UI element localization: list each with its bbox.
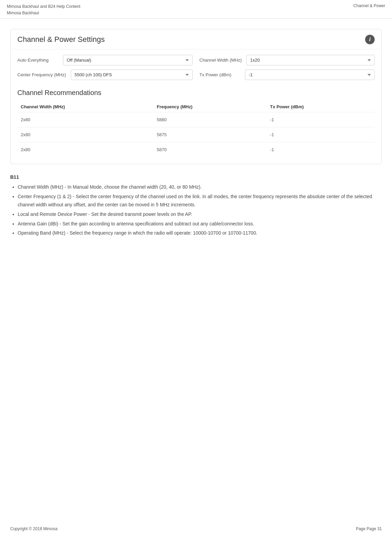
- channel-width-select[interactable]: 1x20 1x40 1x80 2x80: [246, 55, 375, 65]
- col-channel-width: Channel Width (MHz): [17, 101, 153, 112]
- page-header: Mimosa Backhaul and B24 Help Content Mim…: [0, 0, 392, 19]
- table-row: 2x80 5880 -1: [17, 112, 375, 127]
- rec-channel-width: 2x80: [17, 142, 153, 157]
- table-row: 2x80 5875 -1: [17, 127, 375, 142]
- rec-tx-power: -1: [267, 112, 375, 127]
- header-right: Channel & Power: [354, 3, 385, 8]
- header-line1: Mimosa Backhaul and B24 Help Content: [7, 3, 80, 10]
- section-label: B11: [10, 174, 382, 180]
- list-item: Antenna Gain (dBi) - Set the gain accord…: [18, 220, 382, 228]
- center-frequency-select[interactable]: 5500 (ch 100) DFS: [71, 69, 193, 80]
- rec-frequency: 5875: [153, 127, 267, 142]
- channel-power-card: Channel & Power Settings i Auto Everythi…: [10, 29, 382, 164]
- info-icon-button[interactable]: i: [365, 35, 375, 44]
- auto-everything-select[interactable]: Off (Manual) On: [63, 55, 193, 65]
- recommendations-title: Channel Recommendations: [17, 89, 375, 97]
- card-title: Channel & Power Settings: [17, 35, 105, 44]
- list-item: Channel Width (MHz) - In Manual Mode, ch…: [18, 183, 382, 191]
- rec-channel-width: 2x80: [17, 127, 153, 142]
- col-frequency: Frequency (MHz): [153, 101, 267, 112]
- rec-table-header: Channel Width (MHz) Frequency (MHz) Tx P…: [17, 101, 375, 112]
- tx-power-row: Tx Power (dBm) -1 0 1: [199, 69, 375, 80]
- table-row: 2x80 5870 -1: [17, 142, 375, 157]
- tx-power-select[interactable]: -1 0 1: [245, 69, 375, 80]
- auto-everything-row: Auto Everything Off (Manual) On: [17, 55, 193, 65]
- main-content: Channel & Power Settings i Auto Everythi…: [0, 19, 392, 252]
- rec-frequency: 5870: [153, 142, 267, 157]
- rec-tx-power: -1: [267, 127, 375, 142]
- form-grid: Auto Everything Off (Manual) On Channel …: [17, 55, 375, 80]
- rec-table-header-row: Channel Width (MHz) Frequency (MHz) Tx P…: [17, 101, 375, 112]
- rec-table-body: 2x80 5880 -1 2x80 5875 -1 2x80 5870 -1: [17, 112, 375, 157]
- col-tx-power: Tx Power (dBm): [267, 101, 375, 112]
- rec-channel-width: 2x80: [17, 112, 153, 127]
- below-card: B11 Channel Width (MHz) - In Manual Mode…: [10, 174, 382, 246]
- channel-width-label: Channel Width (MHz): [199, 58, 242, 63]
- recommendations-table: Channel Width (MHz) Frequency (MHz) Tx P…: [17, 101, 375, 157]
- center-frequency-row: Center Frequency (MHz) 5500 (ch 100) DFS: [17, 69, 193, 80]
- tx-power-label: Tx Power (dBm): [199, 72, 240, 77]
- card-body: Auto Everything Off (Manual) On Channel …: [11, 49, 381, 85]
- rec-frequency: 5880: [153, 112, 267, 127]
- bullet-list: Channel Width (MHz) - In Manual Mode, ch…: [10, 183, 382, 237]
- recommendations-section: Channel Recommendations Channel Width (M…: [11, 85, 381, 164]
- header-left: Mimosa Backhaul and B24 Help Content Mim…: [7, 3, 80, 16]
- header-line2: Mimosa Backhaul: [7, 10, 80, 16]
- page-footer: Copyright © 2018 Mimosa Page Page 31: [10, 526, 382, 531]
- list-item: Local and Remote Device Power - Set the …: [18, 210, 382, 219]
- list-item: Operating Band (MHz) - Select the freque…: [18, 229, 382, 237]
- rec-tx-power: -1: [267, 142, 375, 157]
- footer-left: Copyright © 2018 Mimosa: [10, 526, 58, 531]
- channel-width-row: Channel Width (MHz) 1x20 1x40 1x80 2x80: [199, 55, 375, 65]
- auto-everything-label: Auto Everything: [17, 58, 58, 63]
- center-frequency-label: Center Frequency (MHz): [17, 72, 66, 77]
- footer-right: Page Page 31: [356, 526, 382, 531]
- list-item: Center Frequency (1 & 2) - Select the ce…: [18, 193, 382, 209]
- card-header: Channel & Power Settings i: [11, 29, 381, 49]
